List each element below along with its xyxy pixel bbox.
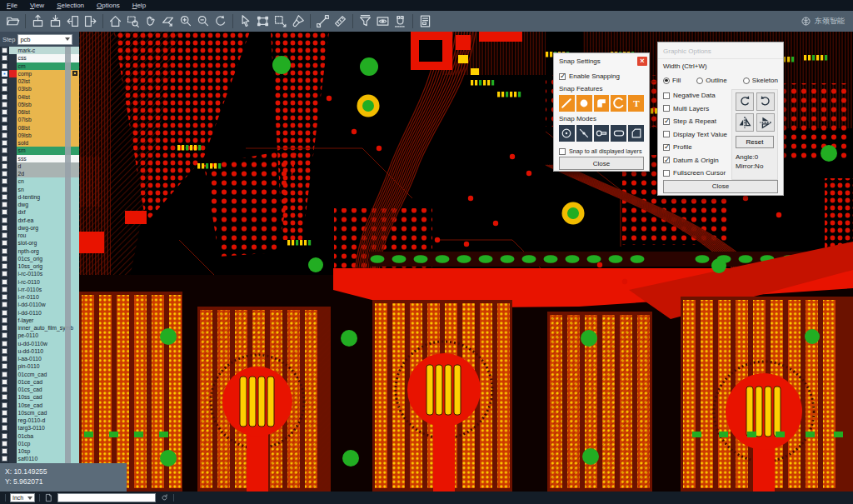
layer-visibility-checkbox[interactable] [2,372,7,377]
layer-visibility-checkbox[interactable] [2,410,7,416]
layer-visibility-checkbox[interactable] [2,109,7,115]
check-datum-origin[interactable]: Datum & Origin [663,154,728,167]
layer-visibility-checkbox[interactable] [2,63,7,69]
check-profile[interactable]: Profile [663,141,728,154]
layer-visibility-checkbox[interactable] [2,456,7,462]
layer-visibility-checkbox[interactable] [2,202,7,207]
layer-visibility-checkbox[interactable] [2,225,7,231]
zoom-back-icon[interactable] [212,12,229,30]
snap-pad-button[interactable] [576,95,592,112]
drag-zoom-icon[interactable] [159,12,177,30]
layer-visibility-checkbox[interactable] [2,86,7,92]
import-icon[interactable] [64,12,82,30]
layer-visibility-checkbox[interactable] [2,332,7,338]
layer-visibility-checkbox[interactable] [2,217,7,223]
zoom-in-icon[interactable] [177,12,194,30]
layer-visibility-checkbox[interactable] [2,402,7,408]
snap-slot-button[interactable] [611,125,626,142]
brush-icon[interactable] [289,12,307,30]
layer-visibility-checkbox[interactable] [2,310,7,316]
graphic-close-button[interactable]: Close [663,180,778,193]
layer-visibility-checkbox[interactable] [2,163,7,169]
menu-view[interactable]: View [30,2,44,9]
rotate-ccw-button[interactable] [756,92,775,111]
check-multi-layers[interactable]: Multi Layers [663,102,728,116]
layer-visibility-checkbox[interactable] [2,441,7,447]
layer-visibility-checkbox[interactable] [2,47,7,53]
layer-visibility-checkbox[interactable] [2,125,7,131]
command-input[interactable] [57,493,156,502]
snap-all-layers-checkbox[interactable]: Snap to all displayed layers [559,146,644,157]
layer-visibility-checkbox[interactable] [2,433,7,439]
enable-snapping-checkbox[interactable]: Enable Snapping [559,71,644,82]
layer-visibility-checkbox[interactable] [2,317,7,323]
rotate-cw-button[interactable] [736,92,754,111]
check-negative-data[interactable]: Negative Data [663,89,728,102]
snap-text-button[interactable]: T [628,95,644,112]
layer-visibility-checkbox[interactable] [2,147,7,153]
layer-visibility-checkbox[interactable] [2,448,7,454]
magnet-snap-icon[interactable] [392,12,409,30]
radio-fill[interactable]: Fill [663,77,681,84]
layer-visibility-checkbox[interactable] [2,187,7,192]
step-select[interactable]: pcb [17,34,72,45]
edit-page-icon[interactable] [44,491,53,504]
transform-frame-icon[interactable] [272,12,289,30]
pan-hand-icon[interactable] [142,12,159,30]
layer-visibility-checkbox[interactable] [2,341,7,347]
view-eye-icon[interactable] [374,12,392,30]
unit-select[interactable]: Inch [10,493,35,502]
layer-visibility-checkbox[interactable] [2,271,7,277]
layer-visibility-checkbox[interactable] [2,71,7,77]
layer-visibility-checkbox[interactable] [2,117,7,122]
menu-options[interactable]: Options [97,2,120,9]
ruler-icon[interactable] [332,12,349,30]
export-icon[interactable] [82,12,99,30]
snap-arc-button[interactable] [611,95,626,112]
snap-dialog-titlebar[interactable]: Snap Settings × [554,53,649,67]
layer-visibility-checkbox[interactable] [2,263,7,269]
layer-visibility-checkbox[interactable] [2,194,7,200]
layer-visibility-checkbox[interactable] [2,417,7,423]
layer-visibility-checkbox[interactable] [2,363,7,369]
layer-visibility-checkbox[interactable] [2,209,7,215]
measure-line-icon[interactable] [314,12,332,30]
refresh-icon[interactable] [160,491,169,504]
close-icon[interactable]: × [637,57,647,66]
check-step-repeat[interactable]: Step & Repeat [663,115,728,128]
snap-point-on-line-button[interactable] [576,125,592,142]
snap-profile-button[interactable] [628,125,644,142]
layer-visibility-checkbox[interactable] [2,387,7,392]
layer-visibility-checkbox[interactable] [2,102,7,107]
layer-visibility-checkbox[interactable] [2,78,7,84]
file-up-icon[interactable] [29,12,47,30]
check-fullscreen-cursor[interactable]: Fullscreen Cursor [663,167,728,180]
snap-center-button[interactable] [559,125,575,142]
layer-visibility-checkbox[interactable] [2,248,7,254]
layer-visibility-checkbox[interactable] [2,356,7,362]
layer-visibility-checkbox[interactable] [2,132,7,138]
graphic-dialog-titlebar[interactable]: Graphic Options [658,42,783,59]
layer-visibility-checkbox[interactable] [2,325,7,331]
layer-visibility-checkbox[interactable] [2,156,7,162]
zoom-out-icon[interactable] [194,12,212,30]
snap-pad-key-button[interactable] [594,125,610,142]
select-arrow-icon[interactable] [237,12,254,30]
layer-visibility-checkbox[interactable] [2,425,7,431]
layer-visibility-checkbox[interactable] [2,348,7,354]
layer-visibility-checkbox[interactable] [2,55,7,61]
layer-visibility-checkbox[interactable] [2,294,7,300]
layer-visibility-checkbox[interactable] [2,379,7,385]
snap-surface-button[interactable] [594,95,610,112]
layer-visibility-checkbox[interactable] [2,279,7,285]
layer-visibility-checkbox[interactable] [2,287,7,292]
layer-list-scrollbar[interactable] [65,47,71,463]
layer-visibility-checkbox[interactable] [2,394,7,400]
layer-visibility-checkbox[interactable] [2,140,7,146]
flip-horizontal-button[interactable] [736,113,754,132]
menu-file[interactable]: File [7,2,17,9]
folder-open-icon[interactable] [4,12,22,30]
check-display-text-value[interactable]: Display Text Value [663,128,728,142]
menu-help[interactable]: Help [132,2,146,9]
layer-visibility-checkbox[interactable] [2,178,7,184]
